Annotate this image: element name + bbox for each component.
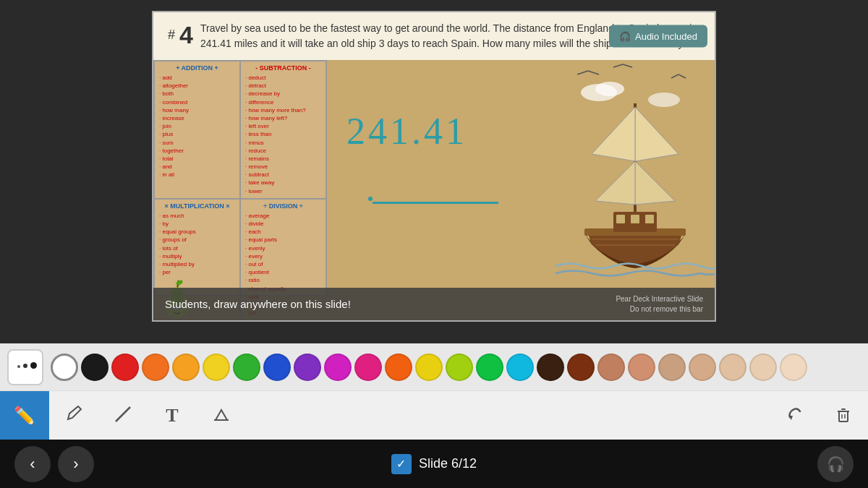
word-join: join bbox=[159, 122, 235, 130]
checkmark-icon: ✓ bbox=[396, 457, 406, 471]
word-add: add bbox=[159, 74, 235, 82]
word-equal-parts: equal parts bbox=[245, 236, 321, 244]
color-brown[interactable] bbox=[567, 354, 595, 381]
tools-toolbar: ✏️ T bbox=[0, 390, 868, 440]
color-yellow-green[interactable] bbox=[446, 354, 473, 381]
color-magenta[interactable] bbox=[324, 354, 352, 381]
word-multiply: multiply bbox=[159, 252, 235, 260]
headphone-nav-button[interactable]: 🎧 bbox=[817, 446, 854, 482]
color-dark-brown[interactable] bbox=[537, 354, 564, 381]
line-tool-button[interactable] bbox=[98, 391, 148, 440]
color-black[interactable] bbox=[81, 354, 109, 381]
color-toolbar bbox=[0, 343, 868, 390]
word-detract: detract bbox=[245, 82, 321, 90]
svg-marker-20 bbox=[592, 107, 635, 161]
pear-deck-watermark: Pear Deck Interactive Slide Do not remov… bbox=[616, 294, 703, 314]
word-reduce: reduce bbox=[245, 147, 321, 155]
next-button[interactable]: › bbox=[58, 446, 94, 482]
center-panel: # 4 Travel by sea used to be the fastest… bbox=[0, 0, 868, 343]
color-skin4[interactable] bbox=[689, 354, 716, 381]
svg-marker-21 bbox=[635, 161, 675, 205]
svg-line-7 bbox=[577, 71, 588, 74]
color-tan[interactable] bbox=[719, 354, 746, 381]
headphone-icon: 🎧 bbox=[619, 31, 631, 42]
audio-label: Audio Included bbox=[635, 31, 697, 42]
prev-button[interactable]: ‹ bbox=[14, 446, 51, 482]
slide-container: # 4 Travel by sea used to be the fastest… bbox=[152, 11, 716, 322]
word-sum: sum bbox=[159, 139, 235, 147]
word-lots-of: lots of bbox=[159, 244, 235, 252]
color-red[interactable] bbox=[111, 354, 139, 381]
multiplication-title: × MULTIPLICATION × bbox=[159, 202, 235, 210]
word-by: by bbox=[159, 220, 235, 228]
word-per-mult: per bbox=[159, 268, 235, 276]
word-in-all: in all bbox=[159, 171, 235, 179]
word-total: total bbox=[159, 155, 235, 163]
addition-section: + ADDITION + add altogether both combine… bbox=[154, 61, 240, 199]
slide-checkbox: ✓ bbox=[391, 454, 412, 474]
eraser-tool-button[interactable] bbox=[197, 391, 246, 440]
word-less-than: less than bbox=[245, 130, 321, 138]
undo-button[interactable] bbox=[770, 391, 819, 440]
subtraction-title: - SUBTRACTION - bbox=[245, 64, 321, 72]
drawing-area[interactable]: 241.41 bbox=[327, 60, 556, 296]
color-cyan[interactable] bbox=[506, 354, 534, 381]
color-yellow2[interactable] bbox=[415, 354, 443, 381]
color-yellow-orange[interactable] bbox=[172, 354, 200, 381]
word-evenly: evenly bbox=[245, 244, 321, 252]
svg-line-10 bbox=[623, 64, 632, 67]
color-pink[interactable] bbox=[354, 354, 382, 381]
color-yellow[interactable] bbox=[203, 354, 230, 381]
color-bright-green[interactable] bbox=[476, 354, 503, 381]
slide-body: + ADDITION + add altogether both combine… bbox=[153, 60, 715, 296]
word-each: each bbox=[245, 228, 321, 236]
color-white[interactable] bbox=[51, 354, 78, 381]
subtraction-section: - SUBTRACTION - deduct detract decrease … bbox=[240, 61, 326, 199]
color-green[interactable] bbox=[233, 354, 260, 381]
multiplication-list: as much by equal groups groups of lots o… bbox=[159, 212, 235, 277]
addition-list: add altogether both combined how many in… bbox=[159, 74, 235, 179]
svg-line-8 bbox=[588, 71, 599, 74]
word-decrease: decrease by bbox=[245, 90, 321, 98]
color-skin2[interactable] bbox=[628, 354, 655, 381]
svg-line-31 bbox=[116, 407, 130, 421]
word-minus: minus bbox=[245, 139, 321, 147]
color-peach[interactable] bbox=[780, 354, 807, 381]
color-blue[interactable] bbox=[263, 354, 291, 381]
color-purple[interactable] bbox=[294, 354, 321, 381]
hash-symbol: # bbox=[168, 27, 175, 43]
word-increase: increase bbox=[159, 114, 235, 122]
color-skin3[interactable] bbox=[658, 354, 686, 381]
word-left-over: left over bbox=[245, 122, 321, 130]
bottom-section: ✏️ T bbox=[0, 343, 868, 440]
page-wrapper: # 4 Travel by sea used to be the fastest… bbox=[0, 0, 868, 488]
question-num: 4 bbox=[179, 21, 193, 49]
word-altogether: altogether bbox=[159, 82, 235, 90]
pen-icon bbox=[64, 403, 84, 428]
word-as-much: as much bbox=[159, 212, 235, 220]
eraser-icon bbox=[211, 404, 231, 427]
audio-button[interactable]: 🎧 Audio Included bbox=[609, 25, 707, 48]
color-skin1[interactable] bbox=[597, 354, 625, 381]
word-multiplied-by: multiplied by bbox=[159, 260, 235, 268]
watermark-line1: Pear Deck Interactive Slide bbox=[616, 294, 703, 304]
text-tool-button[interactable]: T bbox=[148, 391, 197, 440]
pen-tool-button[interactable] bbox=[49, 391, 98, 440]
ship-svg bbox=[556, 60, 715, 291]
color-orange2[interactable] bbox=[385, 354, 412, 381]
color-orange1[interactable] bbox=[142, 354, 169, 381]
delete-button[interactable] bbox=[819, 391, 868, 440]
addition-title: + ADDITION + bbox=[159, 64, 235, 72]
color-light-tan[interactable] bbox=[749, 354, 777, 381]
trash-icon bbox=[833, 404, 854, 427]
brush-size-button[interactable] bbox=[7, 349, 43, 385]
text-icon: T bbox=[166, 405, 178, 427]
svg-marker-34 bbox=[788, 416, 793, 420]
word-and: and bbox=[159, 163, 235, 171]
svg-marker-22 bbox=[595, 161, 635, 205]
word-out-of: out of bbox=[245, 260, 321, 268]
word-how-many-more: how many more than? bbox=[245, 106, 321, 114]
question-header: # 4 Travel by sea used to be the fastest… bbox=[153, 12, 715, 60]
pencil-tool-button[interactable]: ✏️ bbox=[0, 391, 49, 440]
word-deduct: deduct bbox=[245, 74, 321, 82]
